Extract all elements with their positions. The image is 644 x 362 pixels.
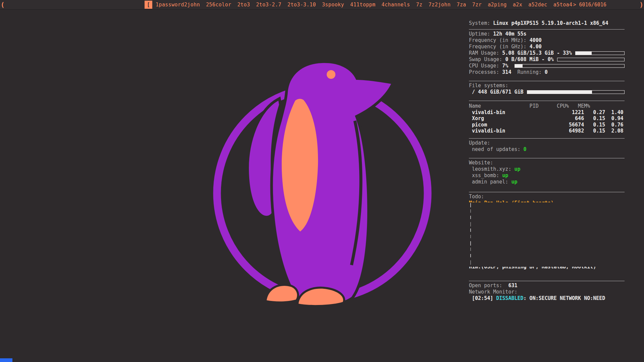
network-monitor-status: DISSABLED xyxy=(496,295,523,302)
process-table: Name PID CPU% MEM% vivaldi-bin 1221 0.27… xyxy=(469,103,625,134)
fs-value: 448 GiB/671 GiB xyxy=(478,89,523,95)
todo-fragment xyxy=(470,260,471,265)
divider xyxy=(469,81,625,81)
todo-fragment xyxy=(470,209,471,213)
filesystem-root-line: / 448 GiB/671 GiB xyxy=(469,89,625,95)
swap-line: Swap Usage: 0 B/608 MiB - 0% xyxy=(469,56,625,63)
divider xyxy=(469,158,625,158)
swap-bar xyxy=(557,58,625,61)
freq-mhz-value: 4000 xyxy=(530,37,542,44)
divider xyxy=(469,101,625,101)
cpu-bar xyxy=(515,64,625,68)
desktop: ( [ 1password2john 256color 2to3 2to3-2.… xyxy=(0,0,644,362)
divider xyxy=(469,192,625,192)
update-title-label: Update: xyxy=(469,140,490,146)
website-title: Website: xyxy=(469,160,625,166)
fs-bar xyxy=(527,90,625,94)
network-monitor-title: Network Monitor: xyxy=(469,289,625,295)
todo-fragment xyxy=(470,222,471,226)
updates-line: need of updates: 0 xyxy=(469,146,625,153)
filesystems-title-label: File systems: xyxy=(469,83,508,89)
penguin-eye-icon xyxy=(327,70,335,79)
system-line: System: Linux p4p1XPS15 5.19.10-arch1-1 … xyxy=(469,20,625,27)
running-value: 0 xyxy=(545,69,548,75)
freq-ghz-label: Frequency (in GHz): xyxy=(469,44,530,50)
system-value: Linux p4p1XPS15 5.19.10-arch1-1 x86_64 xyxy=(493,20,608,27)
website-entry-status: up xyxy=(514,166,520,172)
todo-clipped-line-bottom: him.(OSLP, phishing BF, Rastatab, Rootki… xyxy=(469,267,625,273)
filesystems-title: File systems: xyxy=(469,83,625,89)
todo-fragment xyxy=(470,248,471,251)
open-ports-label: Open ports: xyxy=(469,282,505,289)
todo-clipped-line-top: Main Pen Hole (First hearts) xyxy=(469,200,625,202)
todo-title-label: Todo: xyxy=(469,194,484,200)
website-entry: admin panel: up xyxy=(469,179,625,185)
swap-value: 0 B/608 MiB - 0% xyxy=(505,56,554,63)
freq-ghz-line: Frequency (in GHz): 4.00 xyxy=(469,44,625,50)
fs-mount: / xyxy=(469,89,478,95)
website-entry-status: up xyxy=(502,172,508,179)
uptime-label: Uptime: xyxy=(469,31,493,37)
open-ports-value: 631 xyxy=(505,282,517,289)
processes-line: Processes: 314 Running: 0 xyxy=(469,69,625,75)
website-entry-label: xss_bomb: xyxy=(469,172,502,179)
website-title-label: Website: xyxy=(469,160,493,166)
uptime-value: 12h 40m 55s xyxy=(493,31,526,37)
processes-value: 314 xyxy=(502,69,511,75)
divider xyxy=(469,138,625,139)
todo-fragment xyxy=(470,254,471,257)
process-row: Xorg 646 0.15 0.94 xyxy=(469,115,625,122)
system-monitor: System: Linux p4p1XPS15 5.19.10-arch1-1 … xyxy=(469,20,625,302)
website-entry: xss_bomb: up xyxy=(469,172,625,179)
network-monitor-time: [02:54] xyxy=(469,295,496,302)
updates-label: need of updates: xyxy=(469,146,524,153)
freq-mhz-label: Frequency (in MHz): xyxy=(469,37,530,44)
process-row: vivaldi-bin 64982 0.15 2.08 xyxy=(469,128,625,134)
website-entry-label: admin panel: xyxy=(469,179,511,185)
update-title: Update: xyxy=(469,140,625,146)
penguin-foot-right-icon xyxy=(299,289,343,305)
penguin-foot-left-icon xyxy=(267,286,297,302)
website-entry-label: leosmith.xyz: xyxy=(469,166,514,172)
todo-fragment xyxy=(470,203,471,207)
ram-bar xyxy=(575,51,625,55)
divider xyxy=(469,29,625,30)
cpu-label: CPU Usage: xyxy=(469,63,502,69)
freq-mhz-line: Frequency (in MHz): 4000 xyxy=(469,37,625,44)
process-row: picom 56674 0.15 0.76 xyxy=(469,122,625,128)
ram-label: RAM Usage: xyxy=(469,50,502,56)
website-entry-status: up xyxy=(511,179,517,185)
cpu-value: 7% xyxy=(502,63,511,69)
swap-label: Swap Usage: xyxy=(469,56,505,63)
uptime-line: Uptime: 12h 40m 55s xyxy=(469,31,625,37)
website-entry: leosmith.xyz: up xyxy=(469,166,625,172)
todo-fragment xyxy=(470,241,471,246)
running-label: Running: xyxy=(511,69,544,75)
processes-label: Processes: xyxy=(469,69,502,75)
ram-line: RAM Usage: 5.08 GiB/15.3 GiB - 33% xyxy=(469,50,625,56)
ram-value: 5.08 GiB/15.3 GiB - 33% xyxy=(502,50,572,56)
todo-title: Todo: xyxy=(469,194,625,200)
open-ports-line: Open ports: 631 xyxy=(469,282,625,289)
divider xyxy=(469,281,625,281)
network-monitor-detail: : ON:SECURE NETWORK NO:NEED xyxy=(524,295,605,302)
freq-ghz-value: 4.00 xyxy=(530,44,542,50)
process-row: vivaldi-bin 1221 0.27 1.40 xyxy=(469,109,625,116)
network-monitor-status-line: [02:54] DISSABLED: ON:SECURE NETWORK NO:… xyxy=(469,295,625,302)
todo-fragment xyxy=(470,235,471,238)
cpu-line: CPU Usage: 7% xyxy=(469,63,625,69)
todo-clipped-fragments xyxy=(469,202,625,267)
network-monitor-label: Network Monitor: xyxy=(469,289,518,295)
todo-fragment xyxy=(470,228,471,232)
todo-fragment xyxy=(470,216,471,219)
taskbar-fragment xyxy=(0,358,12,362)
system-label: System: xyxy=(469,20,493,27)
updates-value: 0 xyxy=(524,146,527,153)
